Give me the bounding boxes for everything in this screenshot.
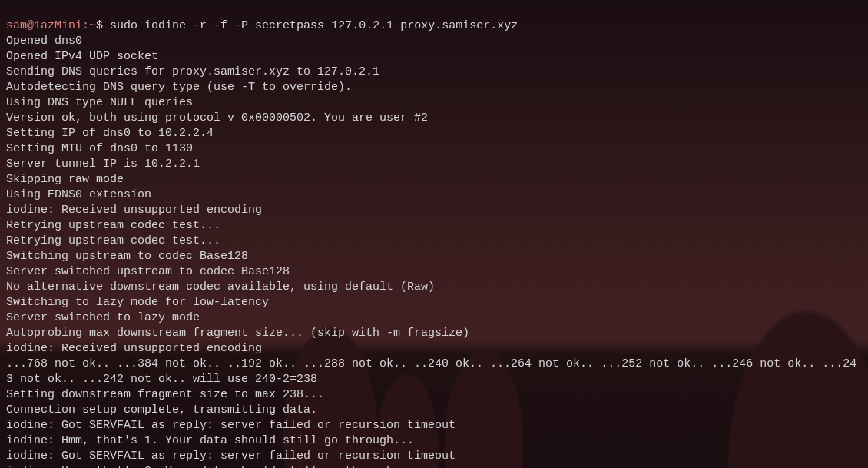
output-line: iodine: Hmm, that's 1. Your data should … [6, 433, 862, 449]
output-line: Server switched to lazy mode [6, 310, 862, 326]
output-line: Using EDNS0 extension [6, 188, 862, 203]
output-line: Retrying upstream codec test... [6, 218, 862, 234]
prompt-dollar: $ [96, 19, 110, 32]
command-text: sudo iodine -r -f -P secretpass 127.0.2.… [110, 19, 518, 32]
output-line: iodine: Got SERVFAIL as reply: server fa… [6, 418, 862, 433]
prompt-separator: : [82, 19, 89, 32]
output-line: Version ok, both using protocol v 0x0000… [6, 111, 862, 126]
output-line: Opened IPv4 UDP socket [6, 49, 862, 65]
terminal[interactable]: sam@1azMini:~$ sudo iodine -r -f -P secr… [6, 3, 862, 468]
prompt-user-host: sam@1azMini [6, 19, 82, 32]
output-line: Server tunnel IP is 10.2.2.1 [6, 157, 862, 172]
terminal-output: Opened dns0Opened IPv4 UDP socketSending… [6, 34, 862, 468]
output-line: Server switched upstream to codec Base12… [6, 264, 862, 280]
output-line: Setting MTU of dns0 to 1130 [6, 141, 862, 157]
output-line: Skipping raw mode [6, 172, 862, 188]
output-line: Switching to lazy mode for low-latency [6, 295, 862, 310]
output-line: iodine: Hmm, that's 2. Your data should … [6, 464, 862, 468]
output-line: Setting downstream fragment size to max … [6, 387, 862, 403]
output-line: Retrying upstream codec test... [6, 234, 862, 249]
output-line: iodine: Got SERVFAIL as reply: server fa… [6, 449, 862, 464]
output-line: No alternative downstream codec availabl… [6, 280, 862, 295]
output-line: iodine: Received unsupported encoding [6, 203, 862, 218]
output-line: Setting IP of dns0 to 10.2.2.4 [6, 126, 862, 141]
output-line: Using DNS type NULL queries [6, 95, 862, 111]
output-line: Opened dns0 [6, 34, 862, 49]
output-line: Sending DNS queries for proxy.samiser.xy… [6, 65, 862, 80]
output-line: iodine: Received unsupported encoding [6, 341, 862, 357]
output-line: Autoprobing max downstream fragment size… [6, 326, 862, 341]
output-line: Autodetecting DNS query type (use -T to … [6, 80, 862, 95]
output-line: Switching upstream to codec Base128 [6, 249, 862, 264]
prompt-path: ~ [89, 19, 96, 32]
output-line: ...768 not ok.. ...384 not ok.. ..192 ok… [6, 357, 862, 387]
output-line: Connection setup complete, transmitting … [6, 403, 862, 418]
